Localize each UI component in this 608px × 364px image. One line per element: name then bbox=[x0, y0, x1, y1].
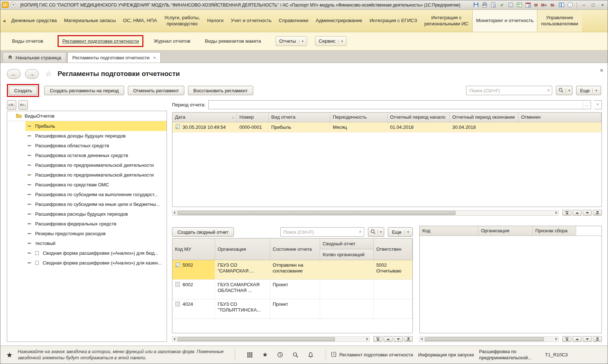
forward-button[interactable]: → bbox=[25, 69, 39, 79]
scroll-first-button[interactable] bbox=[562, 210, 571, 216]
column-header-period-start[interactable]: Отчетный период начало bbox=[387, 113, 450, 122]
search-icon[interactable] bbox=[292, 351, 299, 359]
menu-item-materials[interactable]: Материальные запасы bbox=[60, 10, 119, 32]
tree-item[interactable]: Расшифровка по средствам ОМС bbox=[7, 180, 167, 190]
scrollbar-thumb[interactable] bbox=[177, 337, 335, 341]
column-header-code[interactable]: Код bbox=[420, 226, 478, 236]
table-row[interactable]: 4024 ГБУЗ СО "ТОЛЬЯТТИНСКА... Проект bbox=[172, 299, 412, 319]
save-icon[interactable] bbox=[473, 2, 479, 8]
period-choose-button[interactable]: ... bbox=[583, 101, 591, 109]
horizontal-scrollbar[interactable] bbox=[172, 337, 370, 342]
scroll-right-icon[interactable] bbox=[555, 338, 557, 340]
tree-item[interactable]: Расшифровка по субсидиям на иные цели и … bbox=[7, 199, 167, 209]
history-item-startup-info[interactable]: Информация при запуске bbox=[418, 352, 474, 357]
back-button[interactable]: ← bbox=[7, 69, 21, 79]
cancel-regulation-button[interactable]: Отменить регламент bbox=[128, 86, 184, 95]
table-row[interactable]: 6002 ГБУЗ САМАРСКАЯ ОБЛАСТНАЯ ... Проект bbox=[172, 280, 412, 299]
export-icon[interactable] bbox=[499, 2, 505, 8]
restore-regulation-button[interactable]: Восстановить регламент bbox=[188, 86, 253, 95]
more-button[interactable]: Еще ▾ bbox=[576, 86, 601, 95]
tab-close-icon[interactable]: × bbox=[152, 55, 156, 60]
menu-item-taxes[interactable]: Налоги bbox=[204, 10, 227, 32]
tree-item[interactable]: Расшифровка доходы будущих периодов bbox=[7, 131, 167, 141]
column-header-cancelled[interactable]: Отменен bbox=[519, 113, 601, 122]
column-header-summary-report[interactable]: Сводный отчет bbox=[320, 238, 374, 249]
column-header-date[interactable]: Дата↓ bbox=[172, 113, 237, 122]
create-button[interactable]: Создать bbox=[9, 86, 37, 95]
horizontal-scrollbar[interactable] bbox=[419, 337, 559, 342]
tree-item[interactable]: тестовый bbox=[7, 238, 167, 248]
org-search-options-button[interactable]: ▾ bbox=[368, 227, 385, 237]
period-input[interactable] bbox=[209, 102, 583, 107]
tab-home[interactable]: Начальная страница bbox=[3, 52, 66, 63]
scroll-up-button[interactable] bbox=[383, 336, 393, 342]
print-preview-icon[interactable] bbox=[490, 2, 496, 8]
info-icon[interactable]: i bbox=[567, 2, 573, 8]
column-header-collect-flag[interactable]: Признак сбора bbox=[533, 226, 576, 236]
column-header-organization[interactable]: Организация bbox=[478, 226, 533, 236]
tree-item[interactable]: Расшифровка федеральных средств bbox=[7, 219, 167, 229]
column-header-org-count[interactable]: Колво организаций bbox=[320, 249, 374, 260]
favorite-star-icon[interactable]: ☆ bbox=[45, 69, 52, 78]
memory-mplus-button[interactable]: M+ bbox=[541, 3, 548, 7]
favorites-icon[interactable]: ★ bbox=[261, 351, 269, 359]
column-header-number[interactable]: Номер bbox=[237, 113, 269, 122]
scroll-first-button[interactable] bbox=[373, 336, 382, 342]
tree-item[interactable]: Расшифровка по субсидиям на выполнение г… bbox=[7, 190, 167, 199]
scroll-up-button[interactable] bbox=[573, 210, 582, 216]
favorites-star-icon[interactable]: ★ bbox=[6, 351, 13, 359]
tab-regulations[interactable]: Регламенты подготовки отчетности × bbox=[67, 52, 161, 63]
scroll-last-button[interactable] bbox=[593, 336, 602, 342]
create-summary-report-button[interactable]: Создать сводный отчет bbox=[172, 227, 234, 237]
scroll-right-icon[interactable] bbox=[555, 211, 557, 214]
submenu-item-report-kinds[interactable]: Виды отчетов bbox=[12, 38, 43, 44]
table-row[interactable]: 5002 ГБУЗ СО "САМАРСКАЯ ... Отправлен на… bbox=[172, 260, 412, 280]
scroll-down-button[interactable] bbox=[583, 336, 592, 342]
split-panels-icon[interactable] bbox=[558, 2, 565, 8]
menu-item-money[interactable]: Денежные средства bbox=[8, 10, 60, 32]
period-clear-button[interactable]: × bbox=[594, 100, 602, 109]
search-options-button[interactable]: ▾ bbox=[556, 86, 573, 95]
sort-ascending-button[interactable]: АЯ↓ bbox=[7, 100, 16, 110]
scrollbar-thumb[interactable] bbox=[177, 211, 456, 215]
scroll-last-button[interactable] bbox=[404, 336, 413, 342]
tree-item[interactable]: Расшифровка по предпринимательской деяте… bbox=[7, 170, 167, 180]
tree-item[interactable]: Расшифровка остатков денежных средств bbox=[7, 151, 167, 160]
menu-item-services[interactable]: Услуги, работы, производство bbox=[160, 10, 204, 32]
scroll-left-icon[interactable] bbox=[173, 338, 175, 340]
scroll-down-button[interactable] bbox=[394, 336, 403, 342]
scroll-left-icon[interactable] bbox=[173, 211, 175, 214]
system-menu-dropdown-icon[interactable]: ▾ bbox=[11, 2, 16, 8]
tree-item[interactable]: Расшифровка расходы будущих периодов bbox=[7, 209, 167, 219]
minimize-button[interactable]: – bbox=[580, 2, 587, 8]
column-header-organization[interactable]: Организация bbox=[215, 238, 270, 260]
tree-item[interactable]: Прибыль bbox=[7, 121, 167, 131]
menu-item-administration[interactable]: Администрирование bbox=[312, 10, 366, 32]
journal-icon[interactable] bbox=[507, 2, 514, 8]
tree-item[interactable]: Сводная форма расшифровки («Анализ») для… bbox=[7, 258, 167, 268]
submenu-item-regulation[interactable]: Регламент подготовки отчетности bbox=[62, 38, 139, 44]
menu-grid-icon[interactable] bbox=[246, 351, 254, 359]
scroll-last-button[interactable] bbox=[593, 210, 602, 216]
scroll-down-button[interactable] bbox=[583, 210, 592, 216]
form-close-icon[interactable]: × bbox=[600, 67, 603, 74]
notifications-bell-icon[interactable] bbox=[307, 351, 315, 359]
tree-item[interactable]: Расшифровка по предпринимательской деяте… bbox=[7, 160, 167, 170]
org-more-button[interactable]: Еще ▾ bbox=[388, 227, 413, 237]
submenu-service-dropdown[interactable]: Сервис ▾ bbox=[315, 36, 347, 46]
menu-item-egisz[interactable]: Интеграция с ЕГИСЗ bbox=[366, 10, 420, 32]
tree-item[interactable]: Сводная форма расшифровки («Анализ») для… bbox=[7, 248, 167, 258]
history-item-decode[interactable]: Расшифровка по предпринимательской... bbox=[479, 349, 536, 361]
calendar-icon[interactable] bbox=[525, 2, 531, 8]
scroll-left-icon[interactable] bbox=[421, 338, 423, 340]
table-icon[interactable] bbox=[516, 2, 523, 8]
tree-root-node[interactable]: ВидыОтчетов bbox=[7, 111, 167, 121]
column-header-kind[interactable]: Вид отчета bbox=[269, 113, 330, 122]
scroll-up-button[interactable] bbox=[573, 336, 582, 342]
create-period-button[interactable]: Создать регламенты на период bbox=[44, 86, 124, 95]
search-clear-icon[interactable]: × bbox=[357, 229, 364, 234]
org-search-input[interactable] bbox=[281, 229, 357, 235]
column-header-periodicity[interactable]: Периодичность bbox=[330, 113, 387, 122]
maximize-button[interactable]: □ bbox=[590, 2, 597, 8]
column-header-responsible[interactable]: Ответствен bbox=[374, 238, 412, 260]
